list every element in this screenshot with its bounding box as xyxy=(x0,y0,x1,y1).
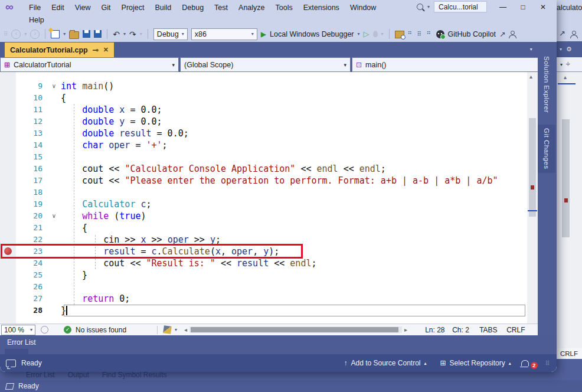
horizontal-scrollbar[interactable] xyxy=(189,326,402,333)
breakpoint-margin[interactable] xyxy=(0,257,16,269)
open-folder-icon[interactable] xyxy=(69,31,79,39)
select-repository-button[interactable]: ⊞ Select Repository ▴ xyxy=(440,359,511,367)
menu-git[interactable]: Git xyxy=(96,4,116,12)
add-to-source-control-button[interactable]: ↑ Add to Source Control ▴ xyxy=(344,359,426,367)
breakpoint-margin[interactable] xyxy=(0,198,16,210)
code-text[interactable]: Calculator c; xyxy=(61,198,152,210)
zoom-dropdown[interactable]: 100 % ▾ xyxy=(1,325,35,335)
document-health-icon[interactable] xyxy=(41,326,48,334)
breakpoint-margin[interactable] xyxy=(0,305,16,316)
error-list-panel[interactable]: Error List xyxy=(0,335,557,354)
breakpoint-margin[interactable] xyxy=(0,281,16,293)
fold-chevron-icon[interactable]: ∨ xyxy=(47,210,61,222)
resize-grip-icon[interactable]: ⠿ xyxy=(545,360,550,367)
save-all-icon[interactable] xyxy=(94,30,102,38)
maximize-button[interactable]: □ xyxy=(513,1,533,14)
breakpoint-margin[interactable] xyxy=(0,269,16,281)
code-line-27[interactable]: 27 return 0; xyxy=(0,293,527,305)
scroll-left-icon[interactable]: ◂ xyxy=(184,326,187,333)
minimize-button[interactable]: — xyxy=(493,1,513,14)
code-line-18[interactable]: 18 xyxy=(0,187,527,198)
code-line-23[interactable]: 23 result = c.Calculate(x, oper, y); xyxy=(0,246,527,257)
indent-guides-icon[interactable]: ⠿ xyxy=(417,31,423,38)
configuration-dropdown[interactable]: Debug ▾ xyxy=(153,28,188,40)
run-label[interactable]: Local Windows Debugger xyxy=(270,30,354,38)
word-wrap-icon[interactable]: ⠛ xyxy=(427,31,433,38)
menu-project[interactable]: Project xyxy=(116,4,150,12)
tab-solution-explorer[interactable]: Solution Explorer xyxy=(538,53,555,116)
search-caret-icon[interactable]: ▾ xyxy=(427,4,430,9)
breakpoint-margin[interactable] xyxy=(0,210,16,222)
error-list-tab-stub[interactable] xyxy=(5,349,28,354)
breakpoint-margin[interactable] xyxy=(0,175,16,187)
code-text[interactable]: return 0; xyxy=(61,293,130,305)
project-dropdown[interactable]: ⊞ CalculatorTutorial ▾ xyxy=(0,57,179,72)
code-line-9[interactable]: 9∨int main() xyxy=(0,80,527,92)
code-line-13[interactable]: 13 double result = 0.0; xyxy=(0,128,527,139)
code-line-17[interactable]: 17 cout << "Please enter the operation t… xyxy=(0,175,527,187)
scrollbar-thumb[interactable] xyxy=(191,327,398,332)
profiler-icon[interactable] xyxy=(373,31,378,37)
code-line-24[interactable]: 24 cout << "Result is: " << result << en… xyxy=(0,257,527,269)
code-text[interactable]: cout << "Result is: " << result << endl; xyxy=(61,257,317,269)
code-cleanup-broom-icon[interactable] xyxy=(163,325,172,334)
breakpoint-margin[interactable] xyxy=(0,151,16,163)
code-line-11[interactable]: 11 double x = 0.0; xyxy=(0,104,527,116)
code-line-10[interactable]: 10{ xyxy=(0,92,527,104)
breakpoint-margin[interactable] xyxy=(0,139,16,151)
menu-window[interactable]: Window xyxy=(345,4,381,12)
search-icon[interactable] xyxy=(417,4,423,10)
code-line-19[interactable]: 19 Calculator c; xyxy=(0,198,527,210)
pin-icon[interactable]: ⊸ xyxy=(93,46,99,54)
new-project-caret-icon[interactable]: ▾ xyxy=(63,31,66,37)
code-line-20[interactable]: 20∨ while (true) xyxy=(0,210,527,222)
breakpoint-margin[interactable] xyxy=(0,163,16,175)
tab-git-changes[interactable]: Git Changes xyxy=(538,125,555,172)
breakpoint-margin[interactable] xyxy=(0,293,16,305)
code-text[interactable]: } xyxy=(61,269,87,281)
navigate-back-icon[interactable]: ‹ xyxy=(11,30,21,39)
menu-view[interactable]: View xyxy=(70,4,96,12)
menu-test[interactable]: Test xyxy=(209,4,233,12)
breakpoint-margin[interactable] xyxy=(0,128,16,139)
scroll-up-icon[interactable]: ▴ xyxy=(529,73,532,80)
error-list-title[interactable]: Error List xyxy=(0,335,557,347)
scroll-up-icon[interactable]: ▴ xyxy=(564,74,567,80)
close-button[interactable]: ✕ xyxy=(533,1,553,14)
code-line-25[interactable]: 25 } xyxy=(0,269,527,281)
menu-extensions[interactable]: Extensions xyxy=(298,4,345,12)
start-without-debugging-icon[interactable]: ▷ xyxy=(364,30,370,38)
menu-edit[interactable]: Edit xyxy=(46,4,70,12)
code-text[interactable]: double x = 0.0; xyxy=(61,104,162,116)
breakpoint-margin[interactable] xyxy=(0,104,16,116)
code-line-14[interactable]: 14 char oper = '+'; xyxy=(0,139,527,151)
find-in-files-icon[interactable] xyxy=(395,31,404,38)
menu-file[interactable]: File xyxy=(24,4,46,12)
issues-status-label[interactable]: No issues found xyxy=(76,326,126,334)
back-caret-icon[interactable]: ▾ xyxy=(24,31,27,37)
menu-analyze[interactable]: Analyze xyxy=(233,4,270,12)
code-text[interactable]: double y = 0.0; xyxy=(61,116,162,128)
menu-tools[interactable]: Tools xyxy=(270,4,298,12)
menu-build[interactable]: Build xyxy=(149,4,176,12)
breakpoint-margin[interactable] xyxy=(0,92,16,104)
code-line-21[interactable]: 21 { xyxy=(0,222,527,234)
menu-debug[interactable]: Debug xyxy=(176,4,209,12)
code-text[interactable]: double result = 0.0; xyxy=(61,128,189,139)
start-debugging-icon[interactable]: ▶ xyxy=(261,30,266,38)
code-text[interactable]: int main() xyxy=(61,80,114,92)
redo-icon[interactable]: ↷ xyxy=(129,30,136,39)
redo-caret-icon[interactable]: ▾ xyxy=(140,31,142,37)
code-text[interactable]: while (true) xyxy=(61,210,146,222)
scrollbar-thumb[interactable] xyxy=(562,119,570,237)
breakpoint-margin[interactable] xyxy=(0,80,16,92)
code-text[interactable]: char oper = '+'; xyxy=(61,139,168,151)
breakpoint-margin[interactable] xyxy=(0,187,16,198)
eol-indicator[interactable]: CRLF xyxy=(506,326,534,334)
undo-caret-icon[interactable]: ▾ xyxy=(123,31,126,37)
navigate-forward-icon[interactable]: › xyxy=(30,30,40,39)
cleanup-caret-icon[interactable]: ▾ xyxy=(175,327,177,332)
share-icon[interactable]: ↗ xyxy=(499,30,505,38)
breakpoint-margin[interactable] xyxy=(0,116,16,128)
code-line-15[interactable]: 15 xyxy=(0,151,527,163)
